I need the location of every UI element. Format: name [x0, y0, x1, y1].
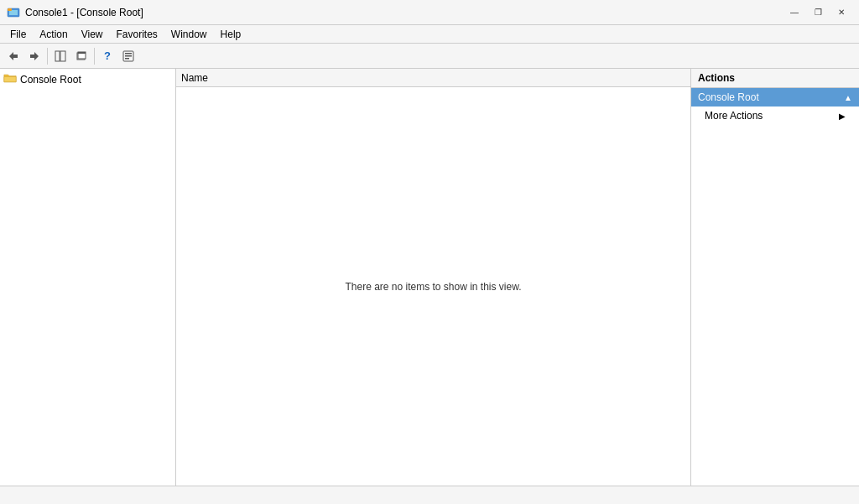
more-actions-label: More Actions	[705, 110, 763, 122]
empty-message: There are no items to show in this view.	[176, 87, 690, 486]
toolbar-separator-2	[94, 48, 95, 65]
toolbar: ?	[0, 44, 859, 69]
back-button[interactable]	[3, 46, 23, 66]
new-window-button[interactable]	[71, 46, 91, 66]
menu-favorites[interactable]: Favorites	[110, 27, 164, 42]
menu-action[interactable]: Action	[33, 27, 74, 42]
submenu-arrow-icon: ▶	[839, 112, 846, 121]
menu-window[interactable]: Window	[164, 27, 214, 42]
menu-file[interactable]: File	[3, 27, 33, 42]
app-icon	[7, 6, 20, 19]
menu-view[interactable]: View	[75, 27, 110, 42]
tree-item-label: Console Root	[20, 74, 81, 86]
folder-icon	[3, 72, 17, 86]
close-button[interactable]: ✕	[830, 4, 852, 21]
collapse-icon: ▲	[844, 93, 852, 102]
svg-rect-6	[60, 51, 65, 61]
minimize-button[interactable]: —	[784, 4, 805, 21]
center-panel: Name There are no items to show in this …	[176, 69, 691, 486]
more-actions-item[interactable]: More Actions ▶	[691, 107, 859, 125]
main-area: Console Root Name There are no items to …	[0, 69, 859, 486]
title-bar-left: Console1 - [Console Root]	[7, 6, 143, 19]
svg-rect-11	[125, 53, 132, 55]
toolbar-separator-1	[47, 48, 48, 65]
svg-rect-14	[4, 76, 16, 81]
svg-marker-4	[30, 52, 39, 60]
menu-help[interactable]: Help	[214, 27, 248, 42]
window-title: Console1 - [Console Root]	[25, 7, 143, 18]
svg-rect-2	[8, 8, 12, 11]
title-bar: Console1 - [Console Root] — ❐ ✕	[0, 0, 859, 25]
tree-item-console-root[interactable]: Console Root	[0, 70, 175, 88]
actions-header: Actions	[691, 69, 859, 88]
window-controls: — ❐ ✕	[784, 4, 852, 21]
help-button[interactable]: ?	[97, 46, 117, 66]
actions-section-console-root[interactable]: Console Root ▲	[691, 88, 859, 107]
svg-rect-12	[125, 55, 132, 57]
menu-bar: File Action View Favorites Window Help	[0, 25, 859, 44]
properties-button[interactable]	[118, 46, 138, 66]
svg-rect-5	[55, 51, 60, 61]
status-bar	[0, 486, 859, 504]
svg-rect-13	[125, 58, 129, 60]
actions-panel: Actions Console Root ▲ More Actions ▶	[691, 69, 859, 486]
actions-section-title-label: Console Root	[698, 91, 759, 103]
forward-button[interactable]	[24, 46, 44, 66]
name-column-header: Name	[181, 72, 315, 84]
svg-rect-9	[78, 52, 86, 54]
column-header: Name	[176, 69, 690, 87]
restore-button[interactable]: ❐	[807, 4, 829, 21]
show-hide-console-tree-button[interactable]	[50, 46, 70, 66]
svg-marker-3	[9, 52, 18, 60]
tree-panel: Console Root	[0, 69, 176, 486]
